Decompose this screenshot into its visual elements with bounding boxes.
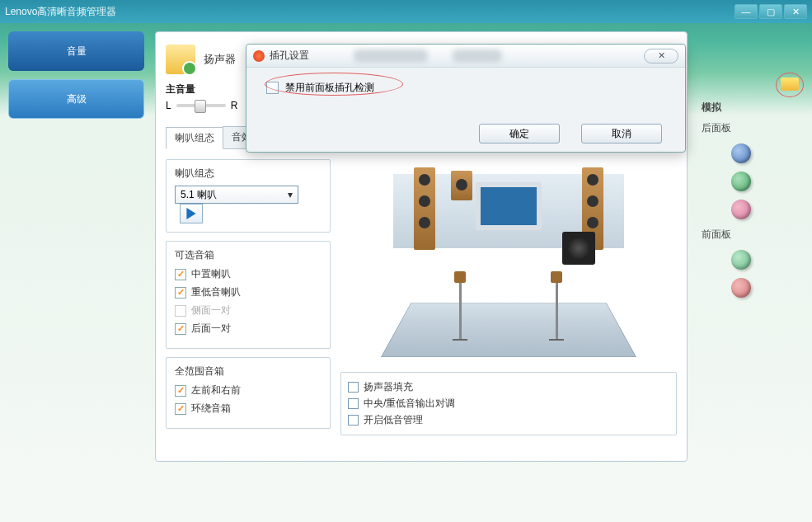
blurred-text [453, 49, 502, 63]
checkbox-subwoofer[interactable]: 重低音喇叭 [175, 285, 322, 299]
jack-rear-blue[interactable] [731, 143, 751, 163]
check-icon [175, 269, 186, 280]
checkbox-front-lr[interactable]: 左前和右前 [175, 383, 322, 397]
check-icon [175, 305, 186, 317]
dialog-title: 插孔设置 [270, 49, 309, 63]
maximize-button[interactable]: ▢ [759, 4, 782, 19]
fullrange-speakers-group: 全范围音箱 左前和右前 环绕音箱 [166, 357, 331, 429]
check-icon [348, 382, 359, 393]
checkbox-rear-pair[interactable]: 后面一对 [175, 322, 322, 336]
checkbox-center-speaker[interactable]: 中置喇叭 [175, 267, 322, 281]
speaker-config-group: 喇叭组态 5.1 喇叭 [166, 159, 331, 233]
extra-options-group: 扬声器填充 中央/重低音输出对调 开启低音管理 [340, 372, 677, 435]
jack-front-pink[interactable] [731, 278, 751, 298]
speaker-config-select[interactable]: 5.1 喇叭 [175, 186, 298, 204]
check-icon [348, 415, 359, 426]
subwoofer-icon[interactable] [562, 232, 595, 265]
highlight-ellipse [265, 73, 403, 96]
front-panel-label: 前面板 [702, 228, 809, 242]
check-icon [175, 287, 186, 299]
speaker-config-legend: 喇叭组态 [175, 167, 322, 181]
check-icon [175, 403, 186, 415]
balance-slider[interactable] [176, 104, 226, 107]
device-name: 扬声器 [204, 52, 236, 67]
dialog-header[interactable]: 插孔设置 ✕ [246, 45, 685, 68]
check-icon [175, 323, 186, 335]
sidebar: 音量 高级 [8, 31, 144, 127]
close-button[interactable]: ✕ [784, 4, 807, 19]
rear-left-speaker-icon[interactable] [459, 283, 462, 341]
dialog-ok-button[interactable]: 确定 [479, 124, 560, 143]
sidebar-advanced-label: 高级 [67, 92, 87, 106]
blurred-text [354, 49, 428, 63]
tv-icon [476, 182, 542, 230]
optional-speakers-legend: 可选音箱 [175, 248, 322, 262]
checkbox-swap-center-sub[interactable]: 中央/重低音输出对调 [348, 397, 669, 411]
sidebar-item-volume[interactable]: 音量 [8, 31, 144, 71]
rear-panel-label: 后面板 [702, 121, 809, 135]
checkbox-bass-management[interactable]: 开启低音管理 [348, 413, 669, 427]
check-icon [348, 398, 359, 409]
title-bar: Lenovo高清晰音频管理器 — ▢ ✕ [0, 0, 812, 23]
jack-rear-pink[interactable] [731, 200, 751, 219]
checkbox-side-pair: 侧面一对 [175, 303, 322, 317]
dialog-icon [253, 50, 265, 62]
tab-speaker-config[interactable]: 喇叭组态 [166, 127, 223, 149]
window-title: Lenovo高清晰音频管理器 [5, 5, 116, 19]
balance-right-label: R [231, 100, 238, 111]
jack-rear-green[interactable] [731, 172, 751, 191]
rear-right-speaker-icon[interactable] [556, 283, 558, 341]
speaker-device-icon [166, 45, 195, 74]
front-left-speaker-icon[interactable] [414, 167, 435, 250]
dialog-cancel-button[interactable]: 取消 [581, 124, 662, 143]
check-icon [175, 385, 186, 397]
center-speaker-icon[interactable] [451, 171, 472, 200]
sidebar-volume-label: 音量 [67, 45, 87, 59]
connector-settings-icon[interactable] [781, 78, 799, 91]
balance-left-label: L [166, 100, 171, 111]
checkbox-surround[interactable]: 环绕音箱 [175, 402, 322, 416]
optional-speakers-group: 可选音箱 中置喇叭 重低音喇叭 侧面一对 后面一对 [166, 241, 331, 349]
analog-title: 模拟 [702, 101, 809, 115]
speaker-stage: 扬声器填充 中央/重低音输出对调 开启低音管理 [340, 159, 677, 437]
connector-panel: 模拟 后面板 前面板 [702, 76, 809, 306]
sidebar-item-advanced[interactable]: 高级 [8, 79, 144, 119]
jack-settings-dialog: 插孔设置 ✕ 禁用前面板插孔检测 确定 取消 [246, 44, 686, 153]
test-play-button[interactable] [180, 204, 203, 223]
minimize-button[interactable]: — [735, 4, 758, 19]
fullrange-legend: 全范围音箱 [175, 364, 322, 379]
jack-front-green[interactable] [731, 250, 751, 270]
checkbox-speaker-fill[interactable]: 扬声器填充 [348, 380, 669, 394]
dialog-close-button[interactable]: ✕ [644, 49, 678, 63]
